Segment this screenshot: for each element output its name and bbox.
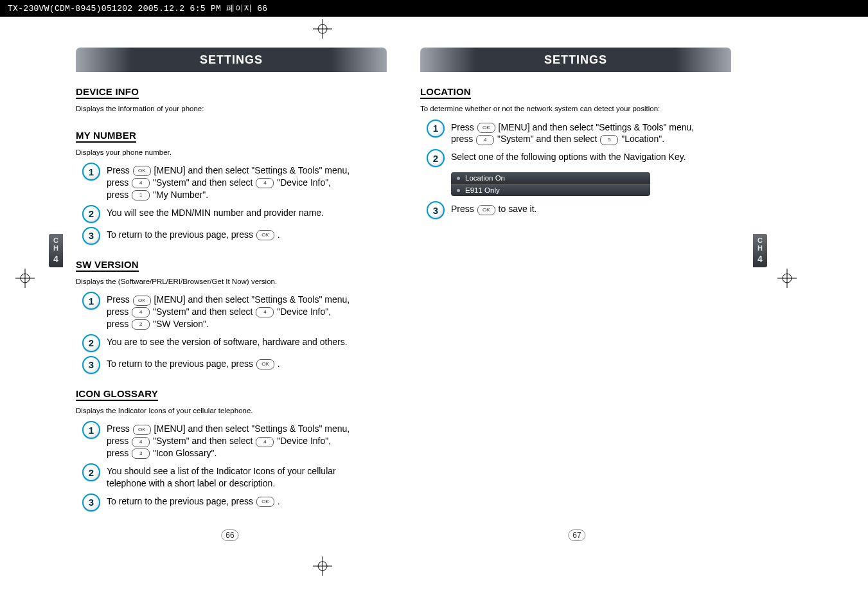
step-number-badge: 2 xyxy=(82,334,100,352)
instruction-step: 3To return to the previous page, press O… xyxy=(82,227,352,245)
instruction-step: 1Press OK [MENU] and then select "Settin… xyxy=(427,120,696,146)
step-number-badge: 1 xyxy=(82,163,100,181)
step-text: Press OK [MENU] and then select "Setting… xyxy=(107,294,352,330)
page-left: SETTINGS DEVICE INFODisplays the informa… xyxy=(57,18,403,551)
page-spread: SETTINGS DEVICE INFODisplays the informa… xyxy=(57,18,750,551)
step-number-badge: 1 xyxy=(427,120,445,138)
phone-key-icon: 2 xyxy=(132,319,150,330)
phone-key-icon: 4 xyxy=(256,437,274,447)
phone-key-icon: OK xyxy=(256,497,274,507)
option-list: Location OnE911 Only xyxy=(451,172,650,196)
instruction-step: 2You will see the MDN/MIN number and pro… xyxy=(82,205,352,223)
step-text: To return to the previous page, press OK… xyxy=(107,229,280,241)
phone-key-icon: 4 xyxy=(132,307,150,317)
page-number: 66 xyxy=(221,529,238,541)
step-text: Press OK [MENU] and then select "Setting… xyxy=(107,423,352,459)
instruction-step: 2Select one of the following options wit… xyxy=(427,149,696,167)
option-item: E911 Only xyxy=(451,184,650,196)
section-description: To determine whether or not the network … xyxy=(420,104,696,114)
step-text: You should see a list of the Indicator I… xyxy=(107,465,352,490)
instruction-step: 3To return to the previous page, press O… xyxy=(82,356,352,374)
instruction-step: 3Press OK to save it. xyxy=(427,201,696,219)
phone-key-icon: 1 xyxy=(132,190,150,200)
manual-spread: TX-230VW(CDM-8945)051202 2005.12.2 6:5 P… xyxy=(0,0,868,613)
crop-mark-bottom-center xyxy=(313,556,332,576)
step-text: You will see the MDN/MIN number and prov… xyxy=(107,207,324,219)
section-description: Displays the information of your phone: xyxy=(76,104,352,114)
chapter-tab-c: C xyxy=(757,237,763,245)
phone-key-icon: OK xyxy=(256,359,274,369)
step-number-badge: 3 xyxy=(82,356,100,374)
section-heading: SW VERSION xyxy=(76,259,139,272)
page-body: LOCATIONTo determine whether or not the … xyxy=(420,76,731,219)
step-text: To return to the previous page, press OK… xyxy=(107,358,280,370)
instruction-step: 3To return to the previous page, press O… xyxy=(82,493,352,511)
phone-key-icon: 4 xyxy=(256,178,274,188)
option-item: Location On xyxy=(451,172,650,184)
phone-key-icon: 5 xyxy=(600,135,618,145)
instruction-step: 1Press OK [MENU] and then select "Settin… xyxy=(82,421,352,459)
step-number-badge: 2 xyxy=(82,463,100,481)
instruction-step: 2You should see a list of the Indicator … xyxy=(82,463,352,490)
page-right: SETTINGS LOCATIONTo determine whether or… xyxy=(403,18,750,551)
phone-key-icon: OK xyxy=(256,230,274,240)
phone-key-icon: 3 xyxy=(132,449,150,459)
section-description: Displays the (Software/PRL/ERI/Browser/G… xyxy=(76,277,352,287)
page-title-band: SETTINGS xyxy=(76,48,387,72)
chapter-tab-number: 4 xyxy=(757,254,763,264)
instruction-step: 1Press OK [MENU] and then select "Settin… xyxy=(82,292,352,330)
page-title: SETTINGS xyxy=(544,53,607,67)
phone-key-icon: OK xyxy=(477,205,495,215)
page-title-band: SETTINGS xyxy=(420,48,731,72)
step-text: Press OK [MENU] and then select "Setting… xyxy=(451,121,696,146)
step-number-badge: 2 xyxy=(82,205,100,223)
page-title: SETTINGS xyxy=(200,53,263,67)
page-body: DEVICE INFODisplays the information of y… xyxy=(76,76,387,511)
phone-key-icon: OK xyxy=(477,123,495,133)
section-heading: MY NUMBER xyxy=(76,130,136,143)
phone-key-icon: 4 xyxy=(476,135,494,145)
section-heading: DEVICE INFO xyxy=(76,86,139,99)
step-text: To return to the previous page, press OK… xyxy=(107,495,280,508)
phone-key-icon: 4 xyxy=(132,437,150,447)
print-job-text: TX-230VW(CDM-8945)051202 2005.12.2 6:5 P… xyxy=(8,4,267,13)
section-heading: ICON GLOSSARY xyxy=(76,388,158,401)
step-text: Select one of the following options with… xyxy=(451,151,686,163)
page-number: 67 xyxy=(568,529,585,541)
instruction-step: 2You are to see the version of software,… xyxy=(82,334,352,352)
step-number-badge: 1 xyxy=(82,421,100,439)
step-number-badge: 3 xyxy=(82,227,100,245)
instruction-step: 1Press OK [MENU] and then select "Settin… xyxy=(82,163,352,201)
crop-mark-right xyxy=(777,269,797,288)
step-text: You are to see the version of software, … xyxy=(107,336,348,348)
step-text: Press OK [MENU] and then select "Setting… xyxy=(107,164,352,201)
step-number-badge: 2 xyxy=(427,149,445,167)
step-number-badge: 1 xyxy=(82,292,100,310)
phone-key-icon: OK xyxy=(133,296,151,306)
print-job-header: TX-230VW(CDM-8945)051202 2005.12.2 6:5 P… xyxy=(0,0,868,17)
step-text: Press OK to save it. xyxy=(451,203,537,215)
crop-mark-left xyxy=(15,269,35,288)
chapter-tab-h: H xyxy=(757,245,763,253)
step-number-badge: 3 xyxy=(427,201,445,219)
phone-key-icon: 4 xyxy=(256,307,274,317)
step-number-badge: 3 xyxy=(82,493,100,511)
section-heading: LOCATION xyxy=(420,86,471,99)
phone-key-icon: OK xyxy=(133,166,151,176)
phone-key-icon: 4 xyxy=(132,178,150,188)
section-description: Displays the Indicator Icons of your cel… xyxy=(76,406,352,416)
phone-key-icon: OK xyxy=(133,425,151,435)
chapter-tab-right: C H 4 xyxy=(753,234,767,267)
section-description: Displays your phone number. xyxy=(76,148,352,158)
